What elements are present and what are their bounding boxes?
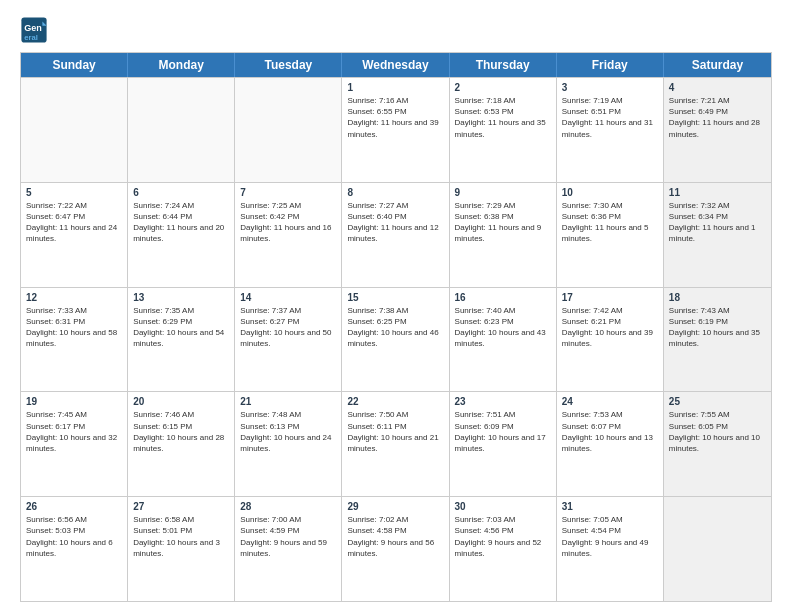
day-number: 29 bbox=[347, 501, 443, 512]
cell-text: Sunrise: 7:05 AMSunset: 4:54 PMDaylight:… bbox=[562, 514, 658, 559]
calendar-row-2: 5Sunrise: 7:22 AMSunset: 6:47 PMDaylight… bbox=[21, 182, 771, 287]
calendar-cell: 2Sunrise: 7:18 AMSunset: 6:53 PMDaylight… bbox=[450, 78, 557, 182]
cell-text: Sunrise: 7:33 AMSunset: 6:31 PMDaylight:… bbox=[26, 305, 122, 350]
cell-text: Sunrise: 7:29 AMSunset: 6:38 PMDaylight:… bbox=[455, 200, 551, 245]
day-number: 31 bbox=[562, 501, 658, 512]
calendar-cell: 19Sunrise: 7:45 AMSunset: 6:17 PMDayligh… bbox=[21, 392, 128, 496]
calendar-cell: 30Sunrise: 7:03 AMSunset: 4:56 PMDayligh… bbox=[450, 497, 557, 601]
cell-text: Sunrise: 7:48 AMSunset: 6:13 PMDaylight:… bbox=[240, 409, 336, 454]
calendar-header: SundayMondayTuesdayWednesdayThursdayFrid… bbox=[21, 53, 771, 77]
cell-text: Sunrise: 6:58 AMSunset: 5:01 PMDaylight:… bbox=[133, 514, 229, 559]
cell-text: Sunrise: 7:27 AMSunset: 6:40 PMDaylight:… bbox=[347, 200, 443, 245]
calendar-row-1: 1Sunrise: 7:16 AMSunset: 6:55 PMDaylight… bbox=[21, 77, 771, 182]
day-number: 14 bbox=[240, 292, 336, 303]
day-number: 27 bbox=[133, 501, 229, 512]
cell-text: Sunrise: 7:40 AMSunset: 6:23 PMDaylight:… bbox=[455, 305, 551, 350]
calendar-cell: 27Sunrise: 6:58 AMSunset: 5:01 PMDayligh… bbox=[128, 497, 235, 601]
calendar-cell: 20Sunrise: 7:46 AMSunset: 6:15 PMDayligh… bbox=[128, 392, 235, 496]
logo: Gen eral bbox=[20, 16, 50, 44]
day-number: 13 bbox=[133, 292, 229, 303]
cell-text: Sunrise: 7:50 AMSunset: 6:11 PMDaylight:… bbox=[347, 409, 443, 454]
day-number: 17 bbox=[562, 292, 658, 303]
day-number: 4 bbox=[669, 82, 766, 93]
cell-text: Sunrise: 7:30 AMSunset: 6:36 PMDaylight:… bbox=[562, 200, 658, 245]
cell-text: Sunrise: 7:45 AMSunset: 6:17 PMDaylight:… bbox=[26, 409, 122, 454]
calendar-cell: 26Sunrise: 6:56 AMSunset: 5:03 PMDayligh… bbox=[21, 497, 128, 601]
day-header-thursday: Thursday bbox=[450, 53, 557, 77]
cell-text: Sunrise: 7:25 AMSunset: 6:42 PMDaylight:… bbox=[240, 200, 336, 245]
calendar-cell: 3Sunrise: 7:19 AMSunset: 6:51 PMDaylight… bbox=[557, 78, 664, 182]
calendar-cell: 11Sunrise: 7:32 AMSunset: 6:34 PMDayligh… bbox=[664, 183, 771, 287]
day-number: 10 bbox=[562, 187, 658, 198]
day-number: 7 bbox=[240, 187, 336, 198]
cell-text: Sunrise: 7:00 AMSunset: 4:59 PMDaylight:… bbox=[240, 514, 336, 559]
day-number: 15 bbox=[347, 292, 443, 303]
day-header-saturday: Saturday bbox=[664, 53, 771, 77]
calendar-cell bbox=[128, 78, 235, 182]
day-number: 3 bbox=[562, 82, 658, 93]
cell-text: Sunrise: 7:35 AMSunset: 6:29 PMDaylight:… bbox=[133, 305, 229, 350]
calendar-cell: 17Sunrise: 7:42 AMSunset: 6:21 PMDayligh… bbox=[557, 288, 664, 392]
calendar-cell: 21Sunrise: 7:48 AMSunset: 6:13 PMDayligh… bbox=[235, 392, 342, 496]
day-number: 22 bbox=[347, 396, 443, 407]
cell-text: Sunrise: 7:42 AMSunset: 6:21 PMDaylight:… bbox=[562, 305, 658, 350]
cell-text: Sunrise: 7:02 AMSunset: 4:58 PMDaylight:… bbox=[347, 514, 443, 559]
cell-text: Sunrise: 7:53 AMSunset: 6:07 PMDaylight:… bbox=[562, 409, 658, 454]
page: Gen eral SundayMondayTuesdayWednesdayThu… bbox=[0, 0, 792, 612]
cell-text: Sunrise: 7:51 AMSunset: 6:09 PMDaylight:… bbox=[455, 409, 551, 454]
calendar-cell: 8Sunrise: 7:27 AMSunset: 6:40 PMDaylight… bbox=[342, 183, 449, 287]
calendar-cell: 23Sunrise: 7:51 AMSunset: 6:09 PMDayligh… bbox=[450, 392, 557, 496]
calendar-cell: 22Sunrise: 7:50 AMSunset: 6:11 PMDayligh… bbox=[342, 392, 449, 496]
cell-text: Sunrise: 7:43 AMSunset: 6:19 PMDaylight:… bbox=[669, 305, 766, 350]
day-header-sunday: Sunday bbox=[21, 53, 128, 77]
day-number: 6 bbox=[133, 187, 229, 198]
cell-text: Sunrise: 7:38 AMSunset: 6:25 PMDaylight:… bbox=[347, 305, 443, 350]
calendar-cell: 4Sunrise: 7:21 AMSunset: 6:49 PMDaylight… bbox=[664, 78, 771, 182]
day-number: 1 bbox=[347, 82, 443, 93]
day-header-friday: Friday bbox=[557, 53, 664, 77]
day-number: 19 bbox=[26, 396, 122, 407]
cell-text: Sunrise: 7:18 AMSunset: 6:53 PMDaylight:… bbox=[455, 95, 551, 140]
calendar-cell: 18Sunrise: 7:43 AMSunset: 6:19 PMDayligh… bbox=[664, 288, 771, 392]
cell-text: Sunrise: 7:22 AMSunset: 6:47 PMDaylight:… bbox=[26, 200, 122, 245]
day-number: 2 bbox=[455, 82, 551, 93]
day-number: 28 bbox=[240, 501, 336, 512]
day-number: 21 bbox=[240, 396, 336, 407]
calendar-row-4: 19Sunrise: 7:45 AMSunset: 6:17 PMDayligh… bbox=[21, 391, 771, 496]
day-number: 12 bbox=[26, 292, 122, 303]
calendar-row-3: 12Sunrise: 7:33 AMSunset: 6:31 PMDayligh… bbox=[21, 287, 771, 392]
header: Gen eral bbox=[20, 16, 772, 44]
cell-text: Sunrise: 7:55 AMSunset: 6:05 PMDaylight:… bbox=[669, 409, 766, 454]
svg-text:eral: eral bbox=[24, 33, 38, 42]
cell-text: Sunrise: 7:16 AMSunset: 6:55 PMDaylight:… bbox=[347, 95, 443, 140]
svg-text:Gen: Gen bbox=[24, 23, 42, 33]
day-number: 11 bbox=[669, 187, 766, 198]
day-number: 30 bbox=[455, 501, 551, 512]
cell-text: Sunrise: 7:37 AMSunset: 6:27 PMDaylight:… bbox=[240, 305, 336, 350]
cell-text: Sunrise: 7:24 AMSunset: 6:44 PMDaylight:… bbox=[133, 200, 229, 245]
calendar: SundayMondayTuesdayWednesdayThursdayFrid… bbox=[20, 52, 772, 602]
calendar-cell: 14Sunrise: 7:37 AMSunset: 6:27 PMDayligh… bbox=[235, 288, 342, 392]
logo-icon: Gen eral bbox=[20, 16, 48, 44]
calendar-cell bbox=[21, 78, 128, 182]
day-number: 5 bbox=[26, 187, 122, 198]
cell-text: Sunrise: 6:56 AMSunset: 5:03 PMDaylight:… bbox=[26, 514, 122, 559]
calendar-cell: 13Sunrise: 7:35 AMSunset: 6:29 PMDayligh… bbox=[128, 288, 235, 392]
calendar-cell: 16Sunrise: 7:40 AMSunset: 6:23 PMDayligh… bbox=[450, 288, 557, 392]
calendar-body: 1Sunrise: 7:16 AMSunset: 6:55 PMDaylight… bbox=[21, 77, 771, 601]
day-number: 16 bbox=[455, 292, 551, 303]
calendar-cell: 7Sunrise: 7:25 AMSunset: 6:42 PMDaylight… bbox=[235, 183, 342, 287]
cell-text: Sunrise: 7:46 AMSunset: 6:15 PMDaylight:… bbox=[133, 409, 229, 454]
day-number: 25 bbox=[669, 396, 766, 407]
calendar-cell: 29Sunrise: 7:02 AMSunset: 4:58 PMDayligh… bbox=[342, 497, 449, 601]
calendar-row-5: 26Sunrise: 6:56 AMSunset: 5:03 PMDayligh… bbox=[21, 496, 771, 601]
calendar-cell: 10Sunrise: 7:30 AMSunset: 6:36 PMDayligh… bbox=[557, 183, 664, 287]
cell-text: Sunrise: 7:03 AMSunset: 4:56 PMDaylight:… bbox=[455, 514, 551, 559]
calendar-cell: 1Sunrise: 7:16 AMSunset: 6:55 PMDaylight… bbox=[342, 78, 449, 182]
cell-text: Sunrise: 7:19 AMSunset: 6:51 PMDaylight:… bbox=[562, 95, 658, 140]
cell-text: Sunrise: 7:21 AMSunset: 6:49 PMDaylight:… bbox=[669, 95, 766, 140]
day-header-monday: Monday bbox=[128, 53, 235, 77]
cell-text: Sunrise: 7:32 AMSunset: 6:34 PMDaylight:… bbox=[669, 200, 766, 245]
day-number: 8 bbox=[347, 187, 443, 198]
calendar-cell bbox=[664, 497, 771, 601]
